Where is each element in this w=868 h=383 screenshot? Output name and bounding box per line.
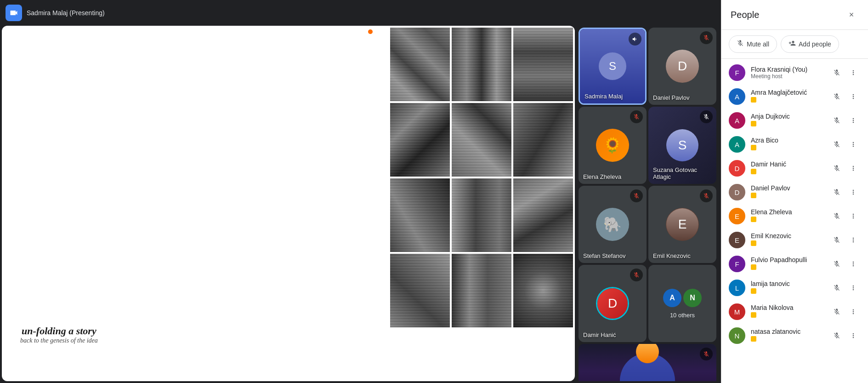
person-mute-btn-azra[interactable] bbox=[829, 137, 844, 152]
add-people-icon bbox=[789, 40, 796, 49]
person-name-emil: Emil Knezovic bbox=[751, 232, 824, 240]
person-mute-btn-damir[interactable] bbox=[829, 161, 844, 176]
photo-cell bbox=[513, 178, 573, 252]
person-more-btn-natasa[interactable] bbox=[846, 328, 861, 343]
presenter-label: Sadmira Malaj (Presenting) bbox=[27, 9, 105, 17]
person-item-daniel[interactable]: DDaniel Pavlov bbox=[721, 180, 868, 204]
person-mute-btn-fulvio[interactable] bbox=[829, 257, 844, 271]
close-button[interactable]: × bbox=[844, 7, 859, 22]
damir-avatar: D bbox=[596, 287, 629, 320]
video-tile-stefan[interactable]: 🐘 Stefan Stefanov bbox=[579, 186, 647, 263]
video-tile-daniel[interactable]: D Daniel Pavlov bbox=[648, 28, 716, 105]
person-more-btn-damir[interactable] bbox=[846, 161, 861, 176]
stefan-mute-icon bbox=[630, 189, 643, 202]
person-badge-daniel bbox=[751, 193, 756, 198]
others-avatar-1: A bbox=[663, 289, 681, 307]
people-title: People bbox=[731, 10, 759, 20]
person-mute-btn-anja[interactable] bbox=[829, 113, 844, 128]
person-info-lamija: lamija tanovic bbox=[751, 280, 824, 296]
person-info-anja: Anja Dujkovic bbox=[751, 113, 824, 128]
video-tile-sadmira[interactable]: S Sadmira Malaj bbox=[579, 28, 647, 105]
photo-cell bbox=[452, 103, 511, 177]
person-badge-lamija bbox=[751, 288, 756, 294]
person-actions-flora bbox=[829, 65, 861, 80]
person-badge-maria bbox=[751, 312, 756, 318]
photo-cell bbox=[390, 254, 450, 327]
person-actions-azra bbox=[829, 137, 861, 152]
person-badge-amra bbox=[751, 97, 756, 103]
person-item-natasa[interactable]: Nnatasa zlatanovic bbox=[721, 324, 868, 348]
person-more-btn-lamija[interactable] bbox=[846, 280, 861, 295]
person-mute-btn-natasa[interactable] bbox=[829, 328, 844, 343]
photo-cell bbox=[513, 28, 573, 101]
person-avatar-natasa: N bbox=[729, 327, 745, 344]
person-more-btn-fulvio[interactable] bbox=[846, 257, 861, 271]
person-name-amra: Amra Maglajčetović bbox=[751, 89, 824, 96]
video-tile-flora[interactable]: Flora Krasniqi bbox=[579, 344, 716, 381]
person-item-damir[interactable]: DDamir Hanić bbox=[721, 156, 868, 180]
sadmira-tile-name: Sadmira Malaj bbox=[584, 93, 623, 100]
emil-mute-icon bbox=[700, 189, 713, 202]
person-more-btn-amra[interactable] bbox=[846, 89, 861, 104]
person-item-maria[interactable]: MMaria Nikolova bbox=[721, 300, 868, 324]
person-actions-anja bbox=[829, 113, 861, 128]
person-info-maria: Maria Nikolova bbox=[751, 304, 824, 320]
person-name-daniel: Daniel Pavlov bbox=[751, 184, 824, 192]
person-more-btn-elena[interactable] bbox=[846, 209, 861, 223]
person-avatar-amra: A bbox=[729, 88, 745, 105]
video-tile-suzana[interactable]: S Suzana Gotovac Atlagic bbox=[648, 107, 716, 184]
add-people-button[interactable]: Add people bbox=[781, 35, 839, 53]
person-item-elena[interactable]: EElena Zheleva bbox=[721, 204, 868, 228]
slide-subtitle: back to the genesis of the idea bbox=[20, 337, 98, 344]
daniel-avatar: D bbox=[666, 50, 699, 83]
emil-tile-name: Emil Knezovic bbox=[653, 252, 691, 259]
person-info-amra: Amra Maglajčetović bbox=[751, 89, 824, 104]
person-more-btn-anja[interactable] bbox=[846, 113, 861, 128]
person-avatar-anja: A bbox=[729, 112, 745, 129]
person-item-emil[interactable]: EEmil Knezovic bbox=[721, 228, 868, 252]
person-mute-btn-flora[interactable] bbox=[829, 65, 844, 80]
person-badge-anja bbox=[751, 121, 756, 126]
person-mute-btn-maria[interactable] bbox=[829, 304, 844, 319]
recording-dot bbox=[368, 29, 373, 34]
person-name-maria: Maria Nikolova bbox=[751, 304, 824, 311]
person-item-azra[interactable]: AAzra Bico bbox=[721, 132, 868, 156]
photo-grid bbox=[388, 26, 575, 381]
person-mute-btn-lamija[interactable] bbox=[829, 280, 844, 295]
person-more-btn-azra[interactable] bbox=[846, 137, 861, 152]
video-tile-elena[interactable]: 🌻 Elena Zheleva bbox=[579, 107, 647, 184]
person-avatar-maria: M bbox=[729, 303, 745, 320]
person-info-natasa: natasa zlatanovic bbox=[751, 328, 824, 343]
person-more-btn-maria[interactable] bbox=[846, 304, 861, 319]
person-item-flora[interactable]: FFlora Krasniqi (You)Meeting host bbox=[721, 61, 868, 85]
person-item-fulvio[interactable]: FFulvio Papadhopulli bbox=[721, 252, 868, 276]
person-mute-btn-daniel[interactable] bbox=[829, 185, 844, 200]
damir-mute-icon bbox=[630, 269, 643, 281]
photo-cell bbox=[513, 103, 573, 177]
person-mute-btn-elena[interactable] bbox=[829, 209, 844, 223]
mute-all-button[interactable]: Mute all bbox=[729, 35, 777, 53]
person-item-lamija[interactable]: Llamija tanovic bbox=[721, 276, 868, 300]
video-tile-others[interactable]: A N 10 others bbox=[648, 265, 716, 342]
person-badge-damir bbox=[751, 169, 756, 174]
tile-row-3: 🐘 Stefan Stefanov E bbox=[579, 186, 717, 263]
person-actions-elena bbox=[829, 209, 861, 223]
person-mute-btn-emil[interactable] bbox=[829, 233, 844, 247]
video-tile-emil[interactable]: E Emil Knezovic bbox=[648, 186, 716, 263]
person-actions-emil bbox=[829, 233, 861, 247]
flora-video bbox=[579, 344, 716, 381]
person-more-btn-flora[interactable] bbox=[846, 65, 861, 80]
person-name-flora: Flora Krasniqi (You) bbox=[751, 66, 824, 73]
person-more-btn-emil[interactable] bbox=[846, 233, 861, 247]
slide-text: un-folding a story back to the genesis o… bbox=[20, 325, 98, 344]
video-tile-damir[interactable]: D Damir Hanić bbox=[579, 265, 647, 342]
person-item-amra[interactable]: AAmra Maglajčetović bbox=[721, 85, 868, 109]
person-name-anja: Anja Dujkovic bbox=[751, 113, 824, 120]
photo-cell bbox=[513, 254, 573, 327]
person-item-anja[interactable]: AAnja Dujkovic bbox=[721, 109, 868, 132]
person-mute-btn-amra[interactable] bbox=[829, 89, 844, 104]
person-info-damir: Damir Hanić bbox=[751, 160, 824, 176]
person-more-btn-daniel[interactable] bbox=[846, 185, 861, 200]
person-name-elena: Elena Zheleva bbox=[751, 208, 824, 216]
flora-mute-icon bbox=[700, 348, 713, 360]
